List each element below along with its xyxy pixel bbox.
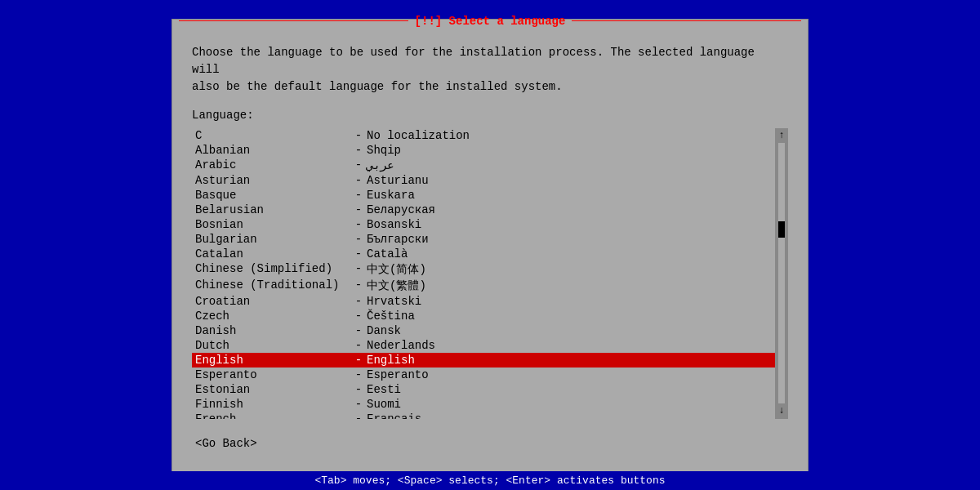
language-label: Language: [192,109,788,122]
language-dash: - [350,383,367,396]
language-native: Esperanto [367,368,429,381]
language-dash: - [350,203,367,216]
language-dash: - [350,129,367,142]
language-native: Français [367,412,421,419]
language-dash: - [350,324,367,337]
language-dash: - [350,218,367,231]
language-native: Български [367,233,429,246]
scroll-track [778,143,785,403]
title-bar: [!!] Select a language [172,11,808,31]
language-name: Estonian [195,383,350,396]
language-name: Asturian [195,174,350,187]
list-item[interactable]: Croatian-Hrvatski [192,294,775,309]
language-dash: - [350,310,367,323]
status-bar-text: <Tab> moves; <Space> selects; <Enter> ac… [314,474,665,487]
list-item[interactable]: Belarusian-Беларуская [192,203,775,217]
language-dash: - [350,233,367,246]
language-native: Shqip [367,144,401,157]
language-name: Croatian [195,295,350,308]
language-dash: - [350,354,367,367]
list-item[interactable]: Chinese (Traditional)-中文(繁體) [192,278,775,294]
dialog-content: Choose the language to be used for the i… [172,31,808,471]
language-native: عربي [367,158,394,172]
status-bar: <Tab> moves; <Space> selects; <Enter> ac… [0,471,980,490]
language-name: English [195,354,350,367]
language-dash: - [350,412,367,419]
language-name: Bosnian [195,218,350,231]
dialog-box: [!!] Select a language Choose the langua… [172,19,808,472]
list-item[interactable]: English-English [192,353,775,368]
language-native: Suomi [367,398,401,411]
description-line2: also be the default language for the ins… [192,78,788,96]
go-back-button[interactable]: <Go Back> [192,435,261,452]
language-dash: - [350,189,367,202]
list-item[interactable]: Arabic-عربي [192,158,775,173]
language-dash: - [350,278,367,293]
language-dash: - [350,368,367,381]
language-native: Čeština [367,310,415,323]
language-name: Chinese (Simplified) [195,262,350,277]
language-dash: - [350,262,367,277]
list-item[interactable]: Chinese (Simplified)-中文(简体) [192,261,775,278]
list-container: C-No localizationAlbanian-ShqipArabic-عر… [192,128,788,419]
description: Choose the language to be used for the i… [192,44,788,96]
language-name: Dutch [195,339,350,352]
list-item[interactable]: Czech-Čeština [192,309,775,323]
language-name: Albanian [195,144,350,157]
title-bar-line-right [572,20,801,21]
language-name: Czech [195,310,350,323]
screen: [!!] Select a language Choose the langua… [0,0,980,490]
language-native: 中文(简体) [367,262,426,277]
scrollbar[interactable]: ↑ ↓ [775,128,788,419]
language-native: Bosanski [367,218,421,231]
language-dash: - [350,174,367,187]
language-native: Hrvatski [367,295,421,308]
language-dash: - [350,247,367,261]
language-name: Basque [195,189,350,202]
language-name: Chinese (Traditional) [195,278,350,293]
language-name: Catalan [195,247,350,261]
language-native: Dansk [367,324,401,337]
language-list[interactable]: C-No localizationAlbanian-ShqipArabic-عر… [192,128,775,419]
language-native: Беларуская [367,203,435,216]
language-dash: - [350,398,367,411]
language-native: No localization [367,129,470,142]
language-dash: - [350,295,367,308]
language-dash: - [350,158,367,172]
list-item[interactable]: French-Français [192,412,775,419]
language-dash: - [350,144,367,157]
language-name: Belarusian [195,203,350,216]
language-name: French [195,412,350,419]
scroll-up-arrow[interactable]: ↑ [778,130,784,141]
list-item[interactable]: Dutch-Nederlands [192,338,775,353]
list-item[interactable]: Finnish-Suomi [192,397,775,412]
scroll-thumb [778,221,785,238]
language-name: Arabic [195,158,350,172]
language-name: Esperanto [195,368,350,381]
language-name: Finnish [195,398,350,411]
list-item[interactable]: Albanian-Shqip [192,143,775,158]
language-native: English [367,354,415,367]
list-item[interactable]: Asturian-Asturianu [192,173,775,188]
list-item[interactable]: Bosnian-Bosanski [192,217,775,232]
list-item[interactable]: Estonian-Eesti [192,382,775,397]
buttons-row: <Go Back> [192,432,788,458]
list-item[interactable]: Basque-Euskara [192,188,775,203]
title-bar-line-left [179,20,408,21]
scroll-down-arrow[interactable]: ↓ [778,405,784,416]
list-item[interactable]: C-No localization [192,128,775,143]
list-item[interactable]: Bulgarian-Български [192,232,775,247]
list-item[interactable]: Esperanto-Esperanto [192,368,775,382]
list-item[interactable]: Catalan-Català [192,247,775,261]
dialog-title: [!!] Select a language [408,15,572,28]
language-native: Euskara [367,189,415,202]
language-native: Nederlands [367,339,435,352]
list-item[interactable]: Danish-Dansk [192,323,775,338]
language-dash: - [350,339,367,352]
language-native: Asturianu [367,174,429,187]
description-line1: Choose the language to be used for the i… [192,44,788,78]
language-name: C [195,129,350,142]
language-name: Danish [195,324,350,337]
language-native: 中文(繁體) [367,278,426,293]
language-name: Bulgarian [195,233,350,246]
